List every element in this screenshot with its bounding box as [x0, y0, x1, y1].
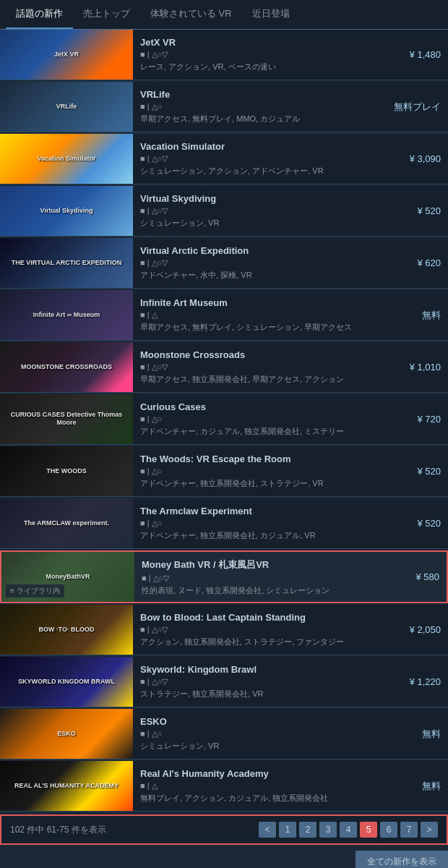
game-price-infiniteart: 無料: [397, 309, 448, 322]
game-platforms-skydiving: ■ | △○▽: [140, 206, 390, 216]
game-row-armclaw[interactable]: The ARMCLAW experiment.The Armclaw Exper…: [0, 498, 448, 549]
game-info-arctic: Virtual Arctic Expedition■ | △○▽アドベンチャー,…: [133, 241, 397, 285]
game-title-vrlife: VRLife: [140, 89, 379, 100]
pagination-controls: <1234567>: [259, 822, 438, 838]
thumb-text-jetx: JetX VR: [7, 51, 126, 59]
game-tags-moonstone: 早期アクセス, 独立系開発会社, 早期アクセス, アクション: [140, 374, 390, 385]
game-row-jetx[interactable]: JetX VRJetX VR■ | △○▽レース, アクション, VR, ベース…: [0, 30, 448, 80]
game-row-skydiving[interactable]: Virtual SkydivingVirtual Skydiving■ | △○…: [0, 186, 448, 237]
game-info-woods: The Woods: VR Escape the Room■ | △○アドベンチ…: [133, 449, 397, 493]
thumb-text-curious: CURIOUS CASES Detective Thomas Moore: [7, 411, 126, 427]
game-thumbnail-vacation: Vacation Simulator: [0, 134, 133, 184]
thumb-text-esko: ESKO: [7, 730, 126, 739]
game-title-skyworld: Skyworld: Kingdom Brawl: [140, 664, 390, 675]
game-price-arctic: ¥ 620: [397, 258, 448, 268]
game-title-moneybath: Money Bath VR / 札束風呂VR: [142, 558, 389, 571]
game-title-vacation: Vacation Simulator: [140, 141, 390, 152]
game-row-curious[interactable]: CURIOUS CASES Detective Thomas MooreCuri…: [0, 394, 448, 445]
game-title-jetx: JetX VR: [140, 37, 390, 48]
game-price-woods: ¥ 520: [397, 466, 448, 477]
game-tags-skyworld: ストラテジー, 独立系開発会社, VR: [140, 689, 390, 699]
game-row-realal[interactable]: REAL AL'S HUMANITY ACADEMYReal Al's Huma…: [0, 761, 448, 812]
game-price-curious: ¥ 720: [397, 414, 448, 425]
game-row-arctic[interactable]: THE VIRTUAL ARCTIC EXPEDITIONVirtual Arc…: [0, 238, 448, 289]
pagination-bar: 102 件中 61-75 件を表示 <1234567>: [0, 814, 448, 845]
game-platforms-infiniteart: ■ | △: [140, 310, 390, 320]
game-tags-bowblood: アクション, 独立系開発会社, ストラテジー, ファンタジー: [140, 637, 390, 647]
thumb-text-bowblood: BOW ·TO· BLOOD: [7, 626, 126, 634]
page-btn-next[interactable]: >: [421, 822, 438, 838]
game-row-woods[interactable]: THE WOODSThe Woods: VR Escape the Room■ …: [0, 446, 448, 497]
game-platforms-realal: ■ | △: [140, 781, 390, 791]
game-thumbnail-infiniteart: Infinite Art ∞ Museum: [0, 290, 133, 340]
game-tags-jetx: レース, アクション, VR, ベースの速い: [140, 61, 390, 72]
game-row-vacation[interactable]: Vacation SimulatorVacation Simulator■ | …: [0, 134, 448, 184]
page-btn-4[interactable]: 4: [340, 822, 357, 838]
game-price-skydiving: ¥ 520: [397, 205, 448, 216]
game-thumbnail-woods: THE WOODS: [0, 446, 133, 496]
game-thumbnail-moonstone: MOONSTONE CROSSROADS: [0, 342, 133, 392]
game-tags-moneybath: 性的表現, ヌード, 独立系開発会社, シミュレーション: [142, 585, 389, 596]
tabs-bar: 話題の新作売上トップ体験されている VR近日登場: [0, 0, 448, 30]
tab-3[interactable]: 近日登場: [242, 0, 300, 29]
thumb-text-skyworld: SKYWORLD KINGDOM BRAWL: [7, 678, 126, 686]
game-price-moneybath: ¥ 580: [396, 571, 447, 582]
game-platforms-curious: ■ | △○: [140, 414, 390, 424]
game-price-skyworld: ¥ 1,220: [397, 676, 448, 687]
game-thumbnail-skyworld: SKYWORLD KINGDOM BRAWL: [0, 657, 133, 707]
game-platforms-jetx: ■ | △○▽: [140, 50, 390, 59]
game-info-vacation: Vacation Simulator■ | △○▽シミュレーション, アクション…: [133, 137, 397, 181]
game-info-moneybath: Money Bath VR / 札束風呂VR■ | △○▽性的表現, ヌード, …: [134, 554, 396, 600]
game-row-bowblood[interactable]: BOW ·TO· BLOODBow to Blood: Last Captain…: [0, 605, 448, 655]
tab-1[interactable]: 売上トップ: [73, 0, 140, 29]
game-title-realal: Real Al's Humanity Academy: [140, 768, 390, 779]
page-btn-5[interactable]: 5: [360, 822, 377, 838]
page-btn-2[interactable]: 2: [299, 822, 316, 838]
game-info-infiniteart: Infinite Art Museum■ | △早期アクセス, 無料プレイ, シ…: [133, 293, 397, 337]
page-btn-1[interactable]: 1: [279, 822, 296, 838]
view-all-button[interactable]: 全ての新作を表示: [356, 851, 448, 868]
game-thumbnail-arctic: THE VIRTUAL ARCTIC EXPEDITION: [0, 238, 133, 288]
game-row-infiniteart[interactable]: Infinite Art ∞ MuseumInfinite Art Museum…: [0, 290, 448, 341]
game-info-vrlife: VRLife■ | △○早期アクセス, 無料プレイ, MMO, カジュアル: [133, 85, 387, 129]
thumb-text-arctic: THE VIRTUAL ARCTIC EXPEDITION: [7, 259, 126, 268]
game-platforms-bowblood: ■ | △○▽: [140, 625, 390, 634]
game-info-realal: Real Al's Humanity Academy■ | △無料プレイ, アク…: [133, 764, 397, 808]
game-tags-armclaw: アドベンチャー, 独立系開発会社, カジュアル, VR: [140, 530, 390, 541]
page-btn-7[interactable]: 7: [400, 822, 418, 838]
tab-2[interactable]: 体験されている VR: [140, 0, 242, 29]
game-thumbnail-esko: ESKO: [0, 709, 133, 759]
game-row-vrlife[interactable]: VRLifeVRLife■ | △○早期アクセス, 無料プレイ, MMO, カジ…: [0, 82, 448, 132]
game-tags-arctic: アドベンチャー, 水中, 探検, VR: [140, 270, 390, 281]
game-info-jetx: JetX VR■ | △○▽レース, アクション, VR, ベースの速い: [133, 33, 397, 77]
page-btn-6[interactable]: 6: [380, 822, 397, 838]
game-platforms-moonstone: ■ | △○▽: [140, 362, 390, 372]
game-title-moonstone: Moonstone Crossroads: [140, 349, 390, 360]
game-thumbnail-armclaw: The ARMCLAW experiment.: [0, 498, 133, 548]
thumb-text-realal: REAL AL'S HUMANITY ACADEMY: [7, 782, 126, 791]
game-thumbnail-jetx: JetX VR: [0, 30, 133, 80]
thumb-text-vrlife: VRLife: [7, 103, 126, 111]
game-row-skyworld[interactable]: SKYWORLD KINGDOM BRAWLSkyworld: Kingdom …: [0, 657, 448, 707]
game-title-infiniteart: Infinite Art Museum: [140, 297, 390, 308]
game-tags-curious: アドベンチャー, カジュアル, 独立系開発会社, ミステリー: [140, 426, 390, 437]
tab-0[interactable]: 話題の新作: [6, 0, 73, 29]
game-platforms-vacation: ■ | △○▽: [140, 154, 390, 163]
game-row-moonstone[interactable]: MOONSTONE CROSSROADSMoonstone Crossroads…: [0, 342, 448, 393]
page-btn-prev[interactable]: <: [259, 822, 276, 838]
page-btn-3[interactable]: 3: [319, 822, 337, 838]
game-title-skydiving: Virtual Skydiving: [140, 193, 390, 204]
game-row-esko[interactable]: ESKOESKO■ | △○シミュレーション, VR無料: [0, 709, 448, 760]
game-title-curious: Curious Cases: [140, 401, 390, 412]
game-platforms-vrlife: ■ | △○: [140, 102, 379, 111]
game-row-moneybath[interactable]: MoneyBathVR≡ ライブラリ内Money Bath VR / 札束風呂V…: [0, 550, 448, 603]
game-thumbnail-curious: CURIOUS CASES Detective Thomas Moore: [0, 394, 133, 444]
game-price-realal: 無料: [397, 780, 448, 793]
game-info-bowblood: Bow to Blood: Last Captain Standing■ | △…: [133, 608, 397, 652]
pagination-info: 102 件中 61-75 件を表示: [10, 824, 106, 836]
view-all-bar: 全ての新作を表示: [0, 845, 448, 868]
thumb-text-armclaw: The ARMCLAW experiment.: [7, 519, 126, 528]
thumb-text-moonstone: MOONSTONE CROSSROADS: [7, 363, 126, 372]
game-price-esko: 無料: [397, 728, 448, 741]
game-tags-woods: アドベンチャー, 独立系開発会社, ストラテジー, VR: [140, 478, 390, 489]
